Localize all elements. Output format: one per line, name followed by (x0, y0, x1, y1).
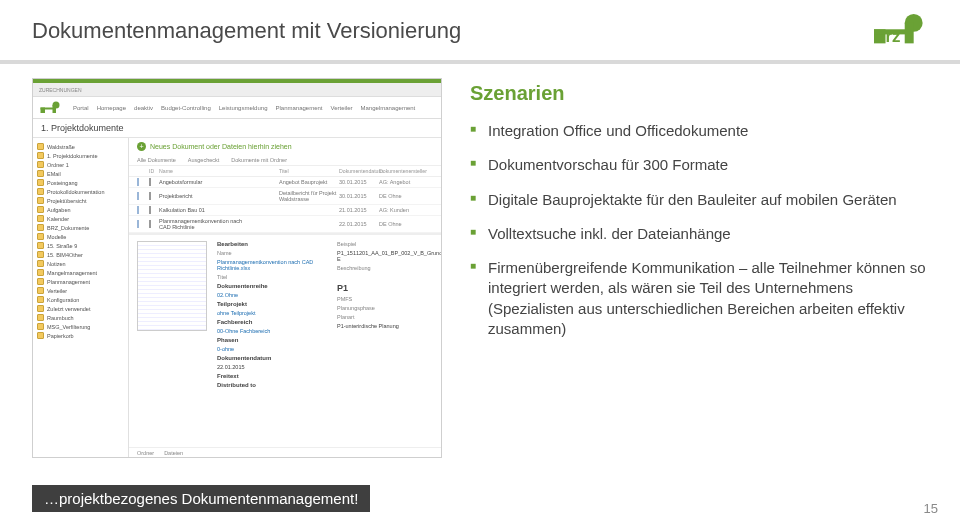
document-icon (137, 192, 139, 200)
folder-icon (37, 206, 44, 213)
tree-node[interactable]: Papierkorb (33, 331, 128, 340)
app-screenshot: ZURECHNUNGEN Portal Homepage deaktiv Bud… (32, 78, 442, 458)
tab-item[interactable]: Portal (73, 103, 89, 113)
tree-node[interactable]: Projektübersicht (33, 196, 128, 205)
app-sidebar[interactable]: Waldstraße 1. Projektdokumente Ordner 1 … (33, 138, 129, 458)
folder-icon (37, 323, 44, 330)
list-item: Firmenübergreifende Kommunikation – alle… (470, 258, 928, 339)
tree-node[interactable]: Ordner 1 (33, 160, 128, 169)
folder-icon (37, 152, 44, 159)
document-icon (137, 178, 139, 186)
view-option[interactable]: Ordner (137, 450, 154, 456)
page-number: 15 (924, 501, 938, 516)
tree-node[interactable]: Konfiguration (33, 295, 128, 304)
tab-item[interactable]: Budget-Controlling (161, 103, 211, 113)
filter-item[interactable]: Ausgecheckt (188, 157, 220, 163)
tree-node[interactable]: 1. Projektdokumente (33, 151, 128, 160)
checkbox[interactable] (149, 192, 151, 200)
app-section-title: 1. Projektdokumente (33, 119, 441, 138)
filter-item[interactable]: Dokumente mit Ordner (231, 157, 287, 163)
folder-icon (37, 197, 44, 204)
folder-icon (37, 170, 44, 177)
tree-node[interactable]: EMail (33, 169, 128, 178)
folder-icon (37, 260, 44, 267)
folder-icon (37, 332, 44, 339)
folder-icon (37, 287, 44, 294)
folder-icon (37, 224, 44, 231)
tree-node[interactable]: 15. BIM4Other (33, 250, 128, 259)
svg-text:rz: rz (886, 27, 901, 46)
header-divider (0, 60, 960, 64)
checkbox[interactable] (149, 206, 151, 214)
table-row[interactable]: Projektbericht Detailbericht für Projekt… (129, 188, 441, 205)
tree-node[interactable]: Modelle (33, 232, 128, 241)
folder-icon (37, 161, 44, 168)
folder-icon (37, 305, 44, 312)
folder-icon (37, 314, 44, 321)
tree-node[interactable]: Waldstraße (33, 142, 128, 151)
tab-item[interactable]: deaktiv (134, 103, 153, 113)
document-icon (137, 206, 139, 214)
folder-icon (37, 233, 44, 240)
tab-item[interactable]: Planmanagement (275, 103, 322, 113)
tree-node[interactable]: 15. Straße 9 (33, 241, 128, 250)
table-row[interactable]: Kalkulation Bau 01 21.01.2015 AG: Kunden (129, 205, 441, 216)
app-menubar: ZURECHNUNGEN (33, 83, 441, 97)
filter-item[interactable]: Alle Dokumente (137, 157, 176, 163)
tree-node[interactable]: Mangelmanagement (33, 268, 128, 277)
app-logo (39, 100, 67, 115)
folder-icon (37, 188, 44, 195)
tree-node[interactable]: Verteiler (33, 286, 128, 295)
tab-item[interactable]: Homepage (97, 103, 126, 113)
bottom-view-switch[interactable]: Ordner Dateien (129, 447, 441, 458)
plus-icon: + (137, 142, 146, 151)
tab-item[interactable]: Leistungsmeldung (219, 103, 268, 113)
brand-logo: rz (874, 10, 938, 50)
tree-node[interactable]: BRZ_Dokumente (33, 223, 128, 232)
detail-section-label: Bearbeiten (217, 241, 327, 247)
folder-icon (37, 143, 44, 150)
folder-icon (37, 278, 44, 285)
app-tabs[interactable]: Portal Homepage deaktiv Budget-Controlli… (73, 103, 415, 113)
tree-node[interactable]: Raumbuch (33, 313, 128, 322)
tree-node[interactable]: Planmanagement (33, 277, 128, 286)
document-icon (137, 220, 139, 228)
filter-bar[interactable]: Alle Dokumente Ausgecheckt Dokumente mit… (129, 155, 441, 166)
tree-node[interactable]: Notizen (33, 259, 128, 268)
tab-item[interactable]: Verteiler (331, 103, 353, 113)
list-item: Integration Office und Officedokumente (470, 121, 928, 141)
table-header: ID Name Titel Dokumentendatum Dokumenten… (129, 166, 441, 177)
document-thumbnail (137, 241, 207, 331)
scenarios-heading: Szenarien (470, 82, 928, 105)
list-item: Dokumentvorschau für 300 Formate (470, 155, 928, 175)
tree-node[interactable]: MSG_Verfilterung (33, 322, 128, 331)
detail-name-link[interactable]: Planmanagementkonvention nach CAD Richtl… (217, 259, 327, 271)
folder-icon (37, 251, 44, 258)
tree-node[interactable]: Kalender (33, 214, 128, 223)
footer-tag: …projektbezogenes Dokumentenmanagement! (32, 485, 370, 512)
tree-node[interactable]: Protokolldokumentation (33, 187, 128, 196)
checkbox[interactable] (149, 178, 151, 186)
folder-icon (37, 179, 44, 186)
view-option[interactable]: Dateien (164, 450, 183, 456)
tree-node[interactable]: Aufgaben (33, 205, 128, 214)
folder-icon (37, 269, 44, 276)
checkbox[interactable] (149, 220, 151, 228)
table-row[interactable]: Angebotsformular Angebot Bauprojekt 30.0… (129, 177, 441, 188)
svg-rect-8 (53, 105, 57, 113)
tab-item[interactable]: Mangelmanagement (361, 103, 416, 113)
svg-rect-3 (905, 23, 914, 43)
list-item: Digitale Bauprojektakte für den Bauleite… (470, 190, 928, 210)
folder-icon (37, 215, 44, 222)
slide-title: Dokumentenmanagement mit Versionierung (32, 18, 461, 44)
upload-hint[interactable]: + Neues Dokument oder Dateien hierhin zi… (129, 138, 441, 155)
table-row[interactable]: Planmanagementkonvention nach CAD Richtl… (129, 216, 441, 233)
detail-pane: Bearbeiten Name Planmanagementkonvention… (129, 235, 441, 447)
folder-icon (37, 242, 44, 249)
tree-node[interactable]: Posteingang (33, 178, 128, 187)
folder-icon (37, 296, 44, 303)
list-item: Volltextsuche inkl. der Dateianhänge (470, 224, 928, 244)
tree-node[interactable]: Zuletzt verwendet (33, 304, 128, 313)
scenarios-list: Integration Office und Officedokumente D… (470, 121, 928, 339)
